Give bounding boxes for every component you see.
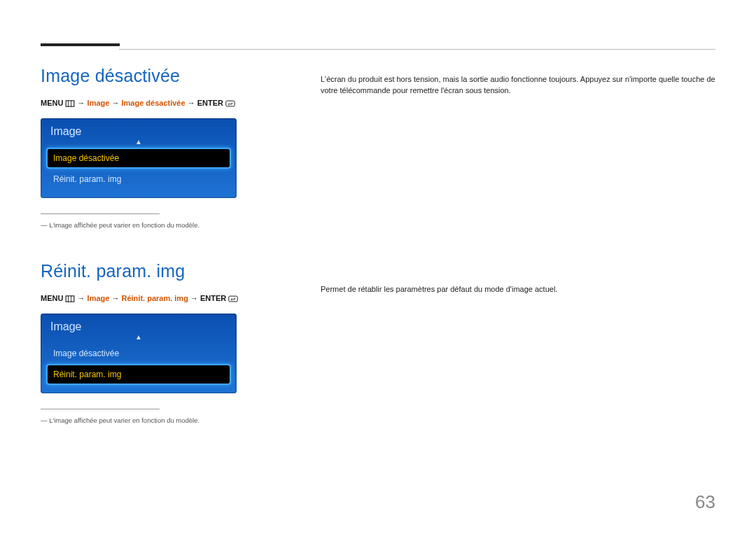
page-number: 63	[695, 491, 715, 513]
note-text: L'image affichée peut varier en fonction…	[49, 221, 200, 229]
section2-note: ― L'image affichée peut varier en foncti…	[41, 416, 307, 424]
enter-icon	[228, 295, 238, 304]
section2-body: Permet de rétablir les paramètres par dé…	[321, 284, 715, 295]
bc-arrow: →	[78, 294, 85, 302]
bc-step2: Réinit. param. img	[122, 294, 188, 302]
chevron-up-icon: ▲	[41, 139, 237, 146]
bc-step1: Image	[88, 99, 110, 107]
bc-arrow: →	[111, 99, 119, 107]
enter-icon	[225, 100, 235, 108]
bc-step2: Image désactivée	[122, 99, 186, 107]
bc-enter: ENTER	[197, 99, 223, 107]
section1-title: Image désactivée	[41, 66, 307, 86]
bc-menu: MENU	[41, 294, 63, 302]
bc-enter: ENTER	[200, 294, 226, 302]
section2-title: Réinit. param. img	[41, 261, 307, 281]
osd-title: Image	[41, 118, 237, 139]
menu-icon	[65, 295, 75, 304]
bc-arrow: →	[78, 99, 85, 107]
bc-arrow: →	[188, 99, 195, 107]
osd-row-reinit[interactable]: Réinit. param. img	[48, 170, 230, 188]
section2-breadcrumb: MENU → Image → Réinit. param. img → ENTE…	[41, 294, 307, 304]
section2-osd-panel: Image ▲ Image désactivée Réinit. param. …	[41, 314, 237, 393]
menu-icon	[65, 100, 75, 108]
section1-osd-panel: Image ▲ Image désactivée Réinit. param. …	[41, 118, 237, 198]
bc-step1: Image	[88, 294, 110, 302]
osd-row-image-desactivee[interactable]: Image désactivée	[48, 149, 230, 167]
section1-breadcrumb: MENU → Image → Image désactivée → ENTER	[41, 99, 307, 108]
section1-note: ― L'image affichée peut varier en foncti…	[41, 221, 307, 229]
osd-row-image-desactivee[interactable]: Image désactivée	[48, 344, 230, 363]
svg-rect-3	[226, 101, 234, 106]
svg-rect-4	[66, 296, 75, 302]
note-rule	[41, 409, 160, 409]
bc-menu: MENU	[41, 99, 63, 107]
svg-rect-0	[66, 101, 75, 106]
note-text: L'image affichée peut varier en fonction…	[49, 416, 200, 424]
osd-title: Image	[41, 314, 237, 335]
svg-rect-7	[229, 296, 237, 302]
bc-arrow: →	[111, 294, 119, 302]
chevron-up-icon: ▲	[41, 335, 237, 342]
bc-arrow: →	[190, 294, 198, 302]
section1-body: L'écran du produit est hors tension, mai…	[321, 74, 715, 97]
osd-row-reinit[interactable]: Réinit. param. img	[48, 365, 230, 384]
note-rule	[41, 213, 160, 214]
